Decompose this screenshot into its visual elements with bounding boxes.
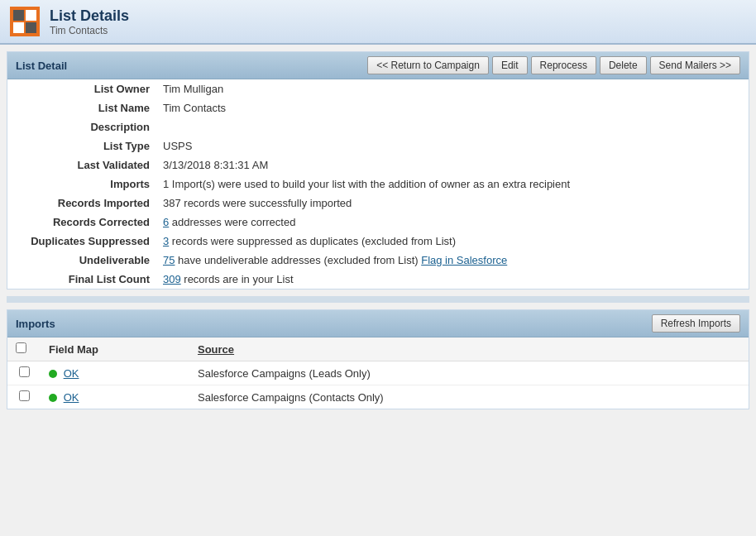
- imports-table: Field Map Source OK Salesforce Campaigns…: [7, 337, 749, 409]
- description-label: Description: [7, 117, 156, 136]
- list-name-row: List Name Tim Contacts: [7, 98, 749, 117]
- last-validated-label: Last Validated: [7, 156, 156, 175]
- final-list-count-value: 309 records are in your List: [156, 270, 749, 289]
- row-checkbox-cell: [7, 361, 41, 385]
- ok-link[interactable]: OK: [64, 391, 79, 404]
- records-corrected-suffix: addresses were corrected: [169, 216, 295, 228]
- list-owner-label: List Owner: [7, 79, 156, 98]
- page-subtitle: Tim Contacts: [50, 25, 129, 36]
- list-name-label: List Name: [7, 98, 156, 117]
- final-list-count-label: Final List Count: [7, 270, 156, 289]
- row-checkbox-1[interactable]: [19, 390, 30, 401]
- duplicates-suppressed-label: Duplicates Suppressed: [7, 232, 156, 251]
- imports-section-label: Imports: [16, 318, 55, 330]
- reprocess-button[interactable]: Reprocess: [531, 56, 596, 74]
- flag-in-salesforce-link[interactable]: Flag in Salesforce: [421, 254, 507, 266]
- last-validated-row: Last Validated 3/13/2018 8:31:31 AM: [7, 156, 749, 175]
- list-detail-section: List Detail << Return to Campaign Edit R…: [7, 51, 749, 290]
- app-icon: [10, 7, 40, 36]
- records-corrected-label: Records Corrected: [7, 213, 156, 232]
- section-separator: [7, 296, 749, 303]
- duplicates-suppressed-row: Duplicates Suppressed 3 records were sup…: [7, 232, 749, 251]
- undeliverable-label: Undeliverable: [7, 251, 156, 270]
- records-imported-value: 387 records were successfully imported: [156, 194, 749, 213]
- status-dot: [49, 394, 57, 402]
- detail-table: List Owner Tim Mulligan List Name Tim Co…: [7, 79, 749, 289]
- imports-table-header-row: Field Map Source: [7, 337, 749, 361]
- final-count-suffix: records are in your List: [181, 273, 294, 285]
- edit-button[interactable]: Edit: [492, 56, 528, 74]
- undeliverable-suffix: have undeliverable addresses (excluded f…: [175, 254, 421, 266]
- records-imported-label: Records Imported: [7, 194, 156, 213]
- row-source-cell: Salesforce Campaigns (Leads Only): [189, 361, 749, 385]
- duplicates-suffix: records were suppressed as duplicates (e…: [169, 235, 456, 247]
- source-column-header: Source: [189, 337, 749, 361]
- duplicates-suppressed-value: 3 records were suppressed as duplicates …: [156, 232, 749, 251]
- return-to-campaign-button[interactable]: << Return to Campaign: [367, 56, 489, 74]
- status-dot: [49, 370, 57, 378]
- refresh-imports-button[interactable]: Refresh Imports: [652, 314, 740, 333]
- undeliverable-link[interactable]: 75: [163, 254, 175, 266]
- select-all-checkbox[interactable]: [16, 342, 26, 353]
- row-fieldmap-cell: OK: [41, 361, 189, 385]
- imports-value: 1 Import(s) were used to build your list…: [156, 175, 749, 194]
- last-validated-value: 3/13/2018 8:31:31 AM: [156, 156, 749, 175]
- imports-checkbox-header: [7, 337, 41, 361]
- list-type-row: List Type USPS: [7, 136, 749, 156]
- send-mailers-button[interactable]: Send Mailers >>: [650, 56, 740, 74]
- description-value: [156, 117, 749, 136]
- row-checkbox-cell: [7, 385, 41, 409]
- description-row: Description: [7, 117, 749, 136]
- records-corrected-value: 6 addresses were corrected: [156, 213, 749, 232]
- list-type-value: USPS: [156, 136, 749, 156]
- undeliverable-value: 75 have undeliverable addresses (exclude…: [156, 251, 749, 270]
- row-source-cell: Salesforce Campaigns (Contacts Only): [189, 385, 749, 409]
- records-imported-row: Records Imported 387 records were succes…: [7, 194, 749, 213]
- list-owner-row: List Owner Tim Mulligan: [7, 79, 749, 98]
- imports-table-row: OK Salesforce Campaigns (Leads Only): [7, 361, 749, 385]
- list-name-value: Tim Contacts: [156, 98, 749, 117]
- imports-section: Imports Refresh Imports Field Map Source…: [7, 309, 749, 409]
- imports-section-header: Imports Refresh Imports: [7, 310, 749, 337]
- action-buttons: << Return to Campaign Edit Reprocess Del…: [367, 56, 740, 74]
- final-list-count-row: Final List Count 309 records are in your…: [7, 270, 749, 289]
- imports-table-row: OK Salesforce Campaigns (Contacts Only): [7, 385, 749, 409]
- delete-button[interactable]: Delete: [600, 56, 647, 74]
- list-type-label: List Type: [7, 136, 156, 156]
- header-text: List Details Tim Contacts: [50, 7, 129, 36]
- field-map-column-header: Field Map: [41, 337, 189, 361]
- page-title: List Details: [50, 7, 129, 25]
- undeliverable-row: Undeliverable 75 have undeliverable addr…: [7, 251, 749, 270]
- row-checkbox-0[interactable]: [19, 366, 30, 377]
- list-detail-label: List Detail: [16, 60, 67, 72]
- list-owner-value: Tim Mulligan: [156, 79, 749, 98]
- imports-row: Imports 1 Import(s) were used to build y…: [7, 175, 749, 194]
- row-fieldmap-cell: OK: [41, 385, 189, 409]
- final-count-link[interactable]: 309: [163, 273, 181, 285]
- page-header: List Details Tim Contacts: [0, 0, 756, 45]
- records-corrected-row: Records Corrected 6 addresses were corre…: [7, 213, 749, 232]
- imports-label: Imports: [7, 175, 156, 194]
- list-detail-header: List Detail << Return to Campaign Edit R…: [7, 52, 749, 79]
- ok-link[interactable]: OK: [64, 367, 79, 380]
